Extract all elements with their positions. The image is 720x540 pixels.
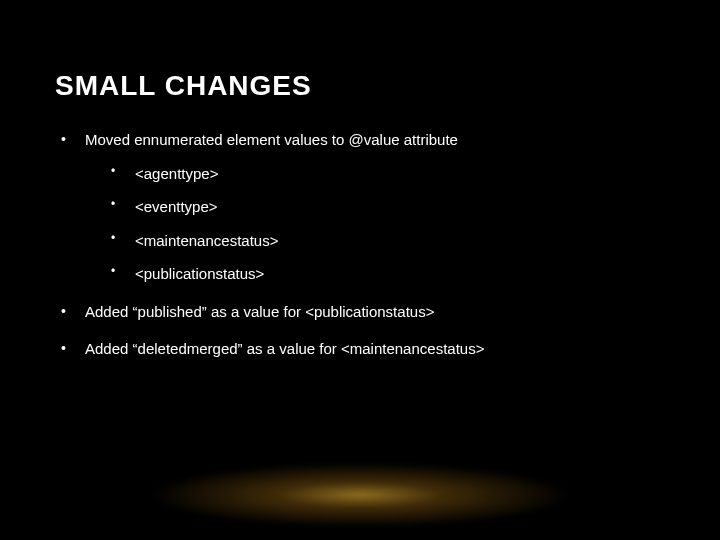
glow-decoration xyxy=(130,460,590,530)
list-item-text: Added “published” as a value for <public… xyxy=(85,303,434,320)
sub-list: <agenttype> <eventtype> <maintenancestat… xyxy=(85,164,665,284)
bullet-list: Moved ennumerated element values to @val… xyxy=(55,130,665,359)
list-item: Moved ennumerated element values to @val… xyxy=(55,130,665,284)
slide: SMALL CHANGES Moved ennumerated element … xyxy=(0,0,720,540)
sub-list-item: <publicationstatus> xyxy=(105,264,665,284)
list-item-text: Added “deletedmerged” as a value for <ma… xyxy=(85,340,484,357)
sub-list-item: <eventtype> xyxy=(105,197,665,217)
sub-list-item: <agenttype> xyxy=(105,164,665,184)
list-item-text: Moved ennumerated element values to @val… xyxy=(85,131,458,148)
list-item: Added “deletedmerged” as a value for <ma… xyxy=(55,339,665,359)
sub-list-item: <maintenancestatus> xyxy=(105,231,665,251)
list-item: Added “published” as a value for <public… xyxy=(55,302,665,322)
slide-title: SMALL CHANGES xyxy=(55,70,665,102)
